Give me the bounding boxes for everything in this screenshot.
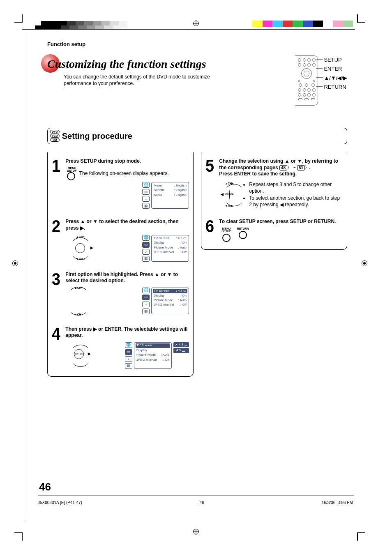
- picture-icon: ▭: [142, 189, 150, 195]
- globe-icon: 🌐: [142, 235, 150, 241]
- dpad-up-icon: ▲CH+: [66, 287, 91, 297]
- registration-mark-icon: [193, 529, 199, 534]
- registration-mark-icon: [193, 21, 199, 26]
- step-number: 4: [52, 326, 60, 369]
- step-note: To select another section, go back to st…: [249, 195, 343, 208]
- page-title: Customizing the function settings: [47, 58, 347, 71]
- dpad-down-icon: ▼CH–: [66, 305, 91, 315]
- audio-icon: ♪: [142, 196, 150, 202]
- globe-icon: 🌐: [125, 342, 132, 348]
- step-number: 2: [52, 219, 60, 261]
- return-button-icon: [239, 231, 247, 239]
- step-note: Repeat steps 3 and 5 to change other opt…: [249, 182, 343, 194]
- remote-label-return: RETURN: [324, 83, 347, 92]
- globe-icon: 🌐: [142, 288, 150, 293]
- step-body: The following on-screen display appears.: [79, 170, 169, 177]
- setup-button-icon: [67, 172, 75, 180]
- audio-icon: ♪: [142, 249, 150, 255]
- step-lead: Press ▲ or ▼ to select the desired secti…: [65, 219, 189, 231]
- step-number: 6: [205, 219, 214, 242]
- page-subtitle: You can change the default settings of t…: [64, 74, 228, 87]
- button-label: RETURN: [237, 228, 249, 230]
- step-lead: Press SETUP during stop mode.: [65, 158, 189, 165]
- registration-dot-icon: [362, 260, 367, 266]
- dpad-enter-icon: ENTER ▶: [68, 343, 90, 365]
- footer-center: 46: [200, 500, 204, 505]
- step-lead: Then press ▶ or ENTER. The selectable se…: [65, 326, 189, 339]
- dpad-icon: ▲CH+ ENTER ◀ ▼CH–: [221, 182, 237, 207]
- picture-icon: ▭: [142, 242, 150, 248]
- step-lead: Change the selection using ▲ or ▼, by re…: [219, 158, 343, 177]
- audio-icon: ♪: [142, 302, 150, 307]
- procedure-heading: Setting procedure: [62, 131, 132, 141]
- section-label: Function setup: [47, 41, 347, 47]
- dpad-icon: ▲CH+ ▶ ▼CH–: [68, 236, 92, 260]
- picture-icon: ▭: [125, 349, 132, 355]
- top-rule: [22, 29, 355, 30]
- button-label: MENU SETUP: [221, 228, 231, 233]
- color-bar: [252, 21, 353, 27]
- page-number: 46: [39, 481, 51, 493]
- picture-icon: ▭: [142, 295, 150, 300]
- parental-icon: ▦: [142, 309, 150, 314]
- parental-icon: ▦: [125, 363, 132, 369]
- osd-menu: 🌐 ▭ ♪ ▦ Menu: EnglishSubtitle: EnglishAu…: [142, 182, 189, 209]
- osd-menu: 🌐 ▭ ♪ ▦ TV ScreenDisplayPicture Mode: Au…: [125, 342, 189, 369]
- registration-dot-icon: [12, 260, 18, 266]
- osd-menu: 🌐 ▭ ♪ ▦ TV Screen: 4:3 ▭Display: OnPictu…: [142, 288, 189, 314]
- remote-label-arrows: ▲/▼/◀/▶: [324, 74, 347, 83]
- osd-menu: 🌐 ▭ ♪ ▦ TV Screen: 4:3 ▭Display: OnPictu…: [142, 235, 189, 262]
- footer-left: J5X00301A [E] (P41-47): [38, 500, 82, 505]
- disc-type-badges: DVD VCD CD: [50, 130, 60, 142]
- bottom-rule: [38, 495, 354, 495]
- parental-icon: ▦: [142, 256, 150, 262]
- step-number: 3: [52, 272, 60, 316]
- step-lead: To clear SETUP screen, press SETUP or RE…: [219, 219, 343, 225]
- setup-button-icon: [222, 234, 231, 242]
- button-label: MENU SETUP: [67, 167, 76, 173]
- footer-right: 16/3/06, 3:56 PM: [322, 500, 353, 505]
- step-number: 5: [205, 158, 214, 209]
- inner-margin-line: [26, 29, 26, 522]
- globe-icon: 🌐: [142, 182, 150, 188]
- step-lead: First option will be highlighted. Press …: [65, 272, 189, 284]
- step-number: 1: [52, 158, 60, 209]
- parental-icon: ▦: [142, 203, 150, 209]
- audio-icon: ♪: [125, 356, 132, 362]
